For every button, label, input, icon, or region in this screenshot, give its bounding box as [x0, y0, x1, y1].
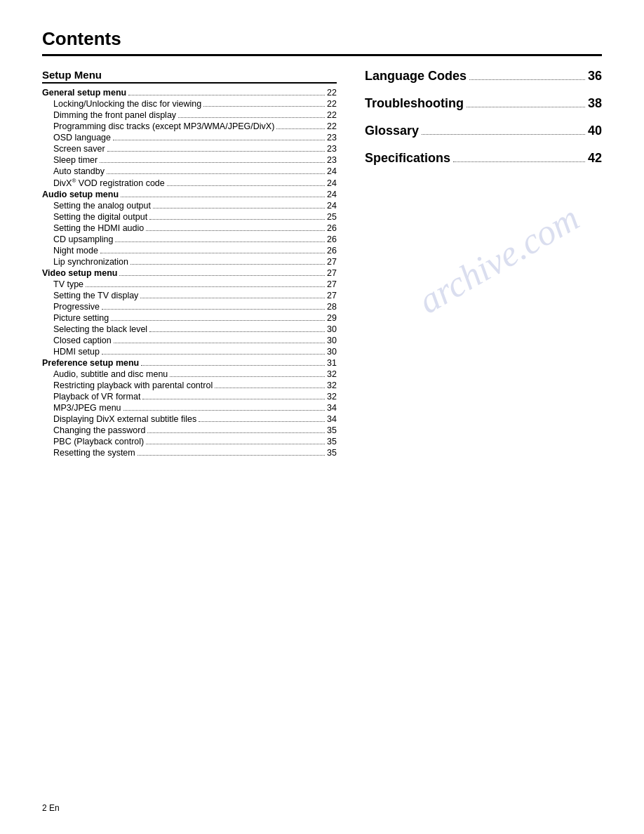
setup-menu-heading: Setup Menu	[42, 69, 337, 84]
toc-list: General setup menu22Locking/Unlocking th…	[42, 88, 337, 458]
list-item: Changing the password35	[42, 425, 337, 435]
list-item: OSD language23	[42, 133, 337, 143]
list-item: Specifications42	[365, 151, 602, 166]
list-item: Screen saver23	[42, 144, 337, 154]
list-item: Video setup menu27	[42, 268, 337, 278]
page-title: Contents	[42, 28, 602, 56]
list-item: Dimming the front panel display22	[42, 110, 337, 120]
list-item: Lip synchronization27	[42, 257, 337, 267]
list-item: Restricting playback with parental contr…	[42, 380, 337, 390]
footer: 2 En	[42, 803, 60, 813]
list-item: Setting the TV display27	[42, 291, 337, 300]
list-item: Locking/Unlocking the disc for viewing22	[42, 99, 337, 109]
list-item: Programming disc tracks (except MP3/WMA/…	[42, 121, 337, 131]
list-item: General setup menu22	[42, 88, 337, 98]
list-item: Displaying DivX external subtitle files3…	[42, 414, 337, 424]
list-item: Sleep timer23	[42, 155, 337, 165]
list-item: Setting the analog output24	[42, 201, 337, 211]
list-item: TV type27	[42, 279, 337, 289]
list-item: Closed caption30	[42, 336, 337, 345]
left-column: Setup Menu General setup menu22Locking/U…	[42, 69, 337, 459]
list-item: Night mode26	[42, 246, 337, 256]
list-item: CD upsampling26	[42, 234, 337, 244]
list-item: MP3/JPEG menu34	[42, 403, 337, 413]
list-item: Progressive28	[42, 302, 337, 312]
list-item: Playback of VR format32	[42, 392, 337, 402]
list-item: Glossary40	[365, 124, 602, 138]
list-item: Selecting the black level30	[42, 324, 337, 334]
list-item: Preference setup menu31	[42, 358, 337, 368]
list-item: Setting the HDMI audio26	[42, 223, 337, 233]
list-item: Language Codes36	[365, 69, 602, 84]
list-item: Troubleshooting38	[365, 96, 602, 111]
right-column: Language Codes36Troubleshooting38Glossar…	[365, 69, 602, 459]
list-item: PBC (Playback control)35	[42, 437, 337, 446]
list-item: HDMI setup30	[42, 347, 337, 357]
list-item: DivX® VOD registration code24	[42, 178, 337, 188]
list-item: Audio, subtitle and disc menu32	[42, 369, 337, 379]
right-toc-list: Language Codes36Troubleshooting38Glossar…	[365, 69, 602, 166]
list-item: Audio setup menu24	[42, 190, 337, 199]
list-item: Resetting the system35	[42, 448, 337, 458]
list-item: Auto standby24	[42, 166, 337, 176]
list-item: Setting the digital output25	[42, 212, 337, 222]
list-item: Picture setting29	[42, 313, 337, 323]
